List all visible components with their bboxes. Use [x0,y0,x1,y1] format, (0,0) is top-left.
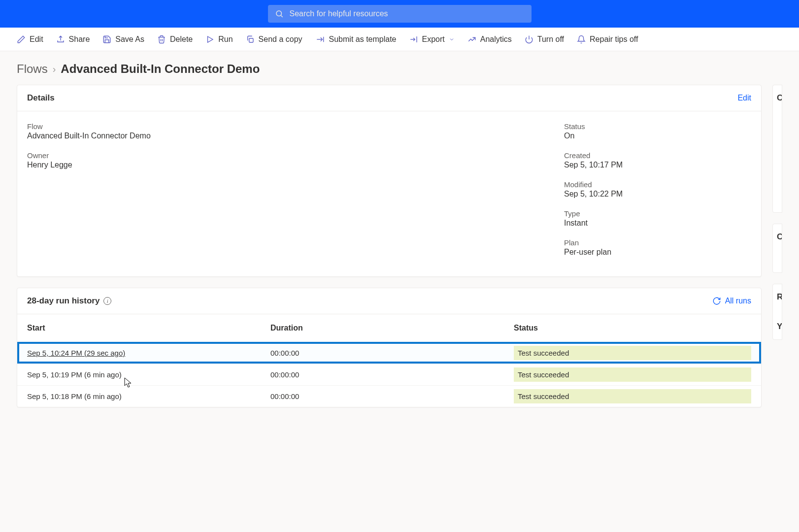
all-runs-link[interactable]: All runs [712,297,751,305]
submit-template-label: Submit as template [329,35,397,44]
analytics-button[interactable]: Analytics [467,35,512,44]
edit-button[interactable]: Edit [17,35,43,44]
search-input[interactable] [290,9,525,18]
chart-icon [467,35,476,44]
save-icon [102,35,111,44]
run-start[interactable]: Sep 5, 10:24 PM (29 sec ago) [24,349,267,357]
save-as-button[interactable]: Save As [102,35,144,44]
breadcrumb-root[interactable]: Flows [17,62,48,76]
col-start: Start [24,324,267,332]
share-label: Share [69,35,90,44]
table-row[interactable]: Sep 5, 10:24 PM (29 sec ago)00:00:00Test… [17,342,761,364]
history-header-row: Start Duration Status [17,314,761,342]
details-card: Details Edit Flow Advanced Built-In Conn… [17,85,762,277]
export-icon [409,35,418,44]
command-bar: Edit Share Save As Delete Run Send a cop… [0,28,799,51]
plan-value: Per-user plan [564,248,751,257]
pencil-icon [17,35,26,44]
run-duration: 00:00:00 [267,349,511,357]
breadcrumb-current: Advanced Built-In Connector Demo [61,62,260,76]
edit-label: Edit [30,35,43,44]
svg-marker-2 [208,36,213,42]
table-row[interactable]: Sep 5, 10:18 PM (6 min ago)00:00:00Test … [17,385,761,407]
export-button[interactable]: Export [409,35,455,44]
run-button[interactable]: Run [205,35,233,44]
status-badge: Test succeeded [514,389,751,403]
run-start[interactable]: Sep 5, 10:19 PM (6 min ago) [24,370,267,379]
table-row[interactable]: Sep 5, 10:19 PM (6 min ago)00:00:00Test … [17,364,761,385]
run-duration: 00:00:00 [267,370,511,379]
save-as-label: Save As [115,35,144,44]
send-copy-label: Send a copy [259,35,302,44]
run-label: Run [218,35,233,44]
delete-label: Delete [170,35,193,44]
repair-tips-label: Repair tips off [590,35,638,44]
send-copy-button[interactable]: Send a copy [246,35,302,44]
side-card-related: R Y [772,284,782,340]
turn-off-label: Turn off [537,35,564,44]
svg-rect-3 [249,38,253,42]
info-icon[interactable]: i [103,297,111,305]
breadcrumb: Flows › Advanced Built-In Connector Demo [0,51,799,85]
modified-label: Modified [564,180,751,189]
created-label: Created [564,151,751,160]
share-icon [56,35,65,44]
status-label: Status [564,122,751,131]
copy-icon [246,35,255,44]
all-runs-label: All runs [725,297,751,305]
export-label: Export [422,35,445,44]
type-label: Type [564,209,751,218]
refresh-icon [712,297,721,305]
owner-value: Henry Legge [27,161,544,169]
type-value: Instant [564,219,751,228]
side-card-owners: C [772,224,782,273]
trash-icon [157,35,166,44]
run-history-card: 28-day run history i All runs Start Dura… [17,288,762,407]
status-badge: Test succeeded [514,346,751,360]
app-header-bar [0,0,799,28]
search-icon [275,9,284,18]
status-badge: Test succeeded [514,367,751,382]
turn-off-button[interactable]: Turn off [525,35,564,44]
details-edit-link[interactable]: Edit [737,94,751,102]
modified-value: Sep 5, 10:22 PM [564,190,751,199]
submit-icon [315,35,325,44]
delete-button[interactable]: Delete [157,35,193,44]
run-duration: 00:00:00 [267,392,511,400]
history-title: 28-day run history [27,296,100,306]
created-value: Sep 5, 10:17 PM [564,161,751,169]
repair-tips-button[interactable]: Repair tips off [577,35,638,44]
chevron-right-icon: › [53,64,56,75]
play-icon [205,35,214,44]
owner-label: Owner [27,151,544,160]
col-duration: Duration [267,324,511,332]
svg-line-1 [281,15,282,17]
details-title: Details [27,93,55,103]
global-search[interactable] [268,5,532,23]
svg-point-0 [276,11,282,16]
submit-template-button[interactable]: Submit as template [315,35,397,44]
col-status: Status [511,324,754,332]
flow-value: Advanced Built-In Connector Demo [27,132,544,140]
share-button[interactable]: Share [56,35,90,44]
chevron-down-icon [449,36,455,42]
plan-label: Plan [564,238,751,247]
flow-label: Flow [27,122,544,131]
analytics-label: Analytics [480,35,512,44]
status-value: On [564,132,751,140]
side-card-connections: C [772,85,782,213]
power-icon [525,35,533,44]
run-start[interactable]: Sep 5, 10:18 PM (6 min ago) [24,392,267,400]
bell-icon [577,35,586,44]
